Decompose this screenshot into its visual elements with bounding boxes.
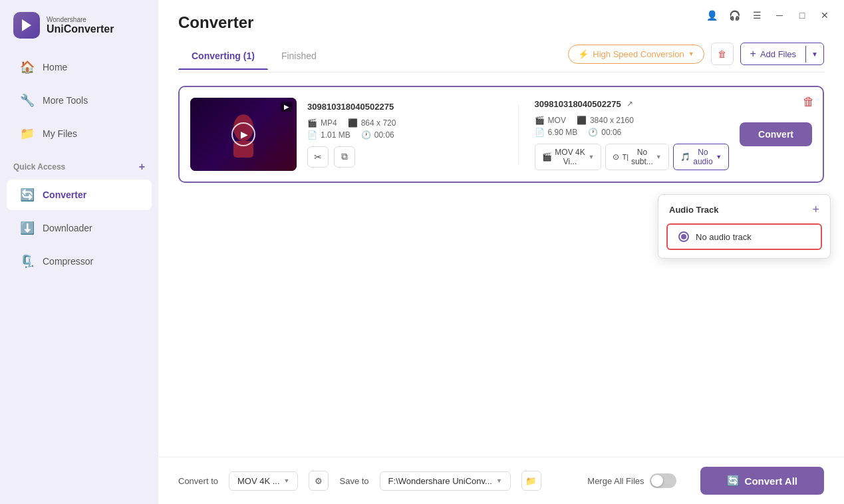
- output-duration: 🕐 00:06: [588, 128, 621, 137]
- video-thumbnail: ▶ ▶: [190, 98, 297, 171]
- sidebar-item-more-tools-label: More Tools: [43, 95, 88, 106]
- subtitle-text-icon: T|: [622, 153, 629, 161]
- output-meta-row2: 📄 6.90 MB 🕐 00:06: [535, 128, 730, 137]
- output-format-icon: 🎬: [535, 116, 545, 125]
- bottom-bar: Convert to MOV 4K ... ▼ ⚙ Save to F:\Won…: [158, 457, 844, 504]
- maximize-button[interactable]: □: [796, 9, 808, 21]
- output-resolution: ⬛ 3840 x 2160: [577, 116, 634, 125]
- subtitle-button[interactable]: ⊙ T| No subt... ▼: [605, 144, 668, 170]
- quick-access-section: Quick Access +: [0, 156, 158, 178]
- output-format: 🎬 MOV: [535, 116, 566, 125]
- output-format-button[interactable]: 🎬 MOV 4K Vi... ▼: [535, 144, 602, 170]
- radio-dot: [681, 234, 686, 239]
- source-filename: 309810318040502275: [307, 102, 502, 112]
- save-path-chevron-icon: ▼: [496, 477, 502, 484]
- add-files-main[interactable]: + Add Files: [741, 43, 806, 64]
- sidebar-item-my-files[interactable]: 📁 My Files: [7, 118, 152, 149]
- main-content: 👤 🎧 ☰ ─ □ ✕ Converter Converting (1) Fin…: [158, 0, 844, 504]
- size-icon: 📄: [307, 130, 317, 140]
- source-meta-row2: 📄 1.01 MB 🕐 00:06: [307, 130, 502, 140]
- output-duration-icon: 🕐: [588, 128, 598, 137]
- minimize-button[interactable]: ─: [774, 9, 785, 21]
- plus-icon: +: [750, 48, 756, 60]
- tab-converting[interactable]: Converting (1): [178, 45, 268, 69]
- format-chevron-icon: ▼: [589, 154, 595, 160]
- trim-button[interactable]: ✂: [307, 146, 329, 168]
- downloader-icon: ⬇️: [20, 221, 35, 235]
- tab-group: Converting (1) Finished: [178, 45, 330, 69]
- sidebar-item-compressor[interactable]: 🗜️ Compressor: [7, 246, 152, 277]
- high-speed-button[interactable]: ⚡ High Speed Conversion ▼: [568, 45, 704, 64]
- output-controls: 🎬 MOV 4K Vi... ▼ ⊙ T| No subt... ▼ 🎵 No …: [535, 144, 730, 170]
- format-settings-button[interactable]: ⚙: [309, 471, 329, 491]
- save-path-select[interactable]: F:\Wondershare UniConv... ▼: [380, 471, 511, 491]
- audio-track-button[interactable]: 🎵 No audio ▼: [673, 144, 729, 170]
- vertical-divider: [518, 104, 519, 164]
- sidebar-item-downloader[interactable]: ⬇️ Downloader: [7, 213, 152, 243]
- delete-icon: 🗑: [803, 95, 815, 108]
- headset-button[interactable]: 🎧: [728, 9, 740, 21]
- content-area: ▶ ▶ 309810318040502275 🎬 MP4 ⬛: [158, 72, 844, 457]
- converter-icon: 🔄: [20, 188, 35, 202]
- merge-toggle-switch[interactable]: [650, 473, 676, 488]
- external-link-icon[interactable]: ↗: [627, 99, 633, 108]
- audio-track-option-label: No audio track: [696, 232, 752, 242]
- source-format: 🎬 MP4: [307, 118, 337, 128]
- lightning-icon: ⚡: [578, 49, 589, 59]
- source-duration: 🕐 00:06: [361, 130, 394, 140]
- source-size: 📄 1.01 MB: [307, 130, 351, 140]
- close-button[interactable]: ✕: [819, 9, 831, 21]
- home-icon: 🏠: [20, 60, 35, 74]
- logo-name: UniConverter: [47, 23, 114, 35]
- copy-button[interactable]: ⧉: [334, 146, 355, 168]
- resolution-icon: ⬛: [348, 118, 358, 128]
- sidebar: Wondershare UniConverter 🏠 Home 🔧 More T…: [0, 0, 158, 504]
- output-meta-row1: 🎬 MOV ⬛ 3840 x 2160: [535, 116, 730, 125]
- sidebar-item-more-tools[interactable]: 🔧 More Tools: [7, 85, 152, 116]
- duration-icon: 🕐: [361, 130, 371, 140]
- logo-brand: Wondershare: [47, 16, 114, 23]
- subtitle-icon: ⊙: [613, 152, 619, 162]
- audio-dropdown-header: Audio Track +: [658, 195, 830, 223]
- browse-folder-button[interactable]: 📁: [521, 471, 541, 491]
- trash-icon: 🗑: [718, 49, 726, 59]
- quick-access-add-icon[interactable]: +: [139, 161, 145, 173]
- logo-icon: [13, 12, 40, 39]
- subtitle-chevron-icon: ▼: [656, 154, 662, 160]
- profile-button[interactable]: 👤: [706, 9, 718, 21]
- convert-all-button[interactable]: 🔄 Convert All: [700, 467, 824, 495]
- more-tools-icon: 🔧: [20, 93, 35, 108]
- delete-file-button[interactable]: 🗑: [803, 95, 815, 109]
- audio-dropdown-item-no-track[interactable]: No audio track: [666, 223, 822, 250]
- sidebar-item-compressor-label: Compressor: [43, 256, 93, 267]
- add-files-chevron[interactable]: ▼: [805, 46, 823, 63]
- logo: Wondershare UniConverter: [0, 0, 158, 51]
- sidebar-item-converter[interactable]: 🔄 Converter: [7, 180, 152, 210]
- convert-button[interactable]: Convert: [740, 122, 812, 146]
- audio-track-dropdown: Audio Track + No audio track: [658, 194, 831, 259]
- window-controls: 👤 🎧 ☰ ─ □ ✕: [706, 9, 831, 21]
- file-card: ▶ ▶ 309810318040502275 🎬 MP4 ⬛: [178, 86, 824, 183]
- delete-all-button[interactable]: 🗑: [711, 43, 734, 65]
- convert-to-label: Convert to: [178, 476, 218, 486]
- add-files-button[interactable]: + Add Files ▼: [740, 43, 824, 65]
- sidebar-item-home[interactable]: 🏠 Home: [7, 52, 152, 82]
- quick-access-label: Quick Access: [13, 162, 65, 172]
- play-icon: ▶: [241, 129, 248, 140]
- menu-button[interactable]: ☰: [751, 9, 763, 21]
- video-format-icon: 🎬: [542, 152, 552, 162]
- convert-to-format-select[interactable]: MOV 4K ... ▼: [229, 471, 299, 491]
- sidebar-item-converter-label: Converter: [43, 189, 86, 200]
- audio-dropdown-title: Audio Track: [669, 205, 718, 215]
- audio-chevron-icon: ▼: [716, 154, 722, 160]
- save-to-label: Save to: [339, 476, 368, 486]
- toggle-knob: [651, 475, 663, 487]
- tab-bar: Converting (1) Finished ⚡ High Speed Con…: [178, 43, 824, 72]
- sidebar-item-downloader-label: Downloader: [43, 223, 92, 233]
- play-button[interactable]: ▶: [231, 122, 255, 146]
- merge-label: Merge All Files: [587, 476, 644, 486]
- add-audio-track-button[interactable]: +: [812, 203, 819, 217]
- tab-finished[interactable]: Finished: [268, 45, 330, 69]
- sidebar-item-my-files-label: My Files: [43, 128, 77, 139]
- output-info: 309810318040502275 ↗ 🎬 MOV ⬛ 3840 x 2160: [535, 99, 730, 170]
